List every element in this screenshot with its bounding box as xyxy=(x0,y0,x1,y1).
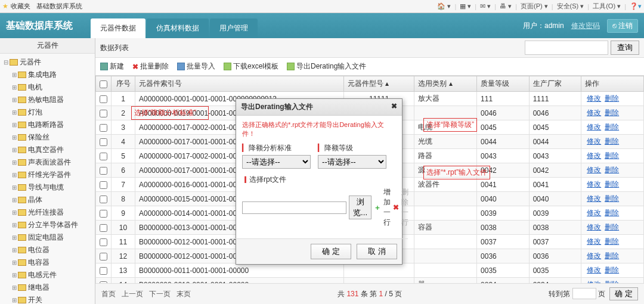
del-row-button[interactable]: 删除一行 xyxy=(401,187,408,228)
download-template-button[interactable]: 下载excel模板 xyxy=(224,61,278,72)
file-path-input[interactable] xyxy=(242,201,346,214)
row-checkbox[interactable] xyxy=(100,124,107,132)
edit-link[interactable]: 修改 xyxy=(587,151,601,160)
delete-link[interactable]: 删除 xyxy=(605,94,619,103)
edit-link[interactable]: 修改 xyxy=(587,166,601,174)
dialog-close-icon[interactable]: ✖ xyxy=(391,102,397,112)
delete-link[interactable]: 删除 xyxy=(605,137,619,145)
col-category[interactable]: 选用类别 ▴ xyxy=(414,76,477,92)
delete-link[interactable]: 删除 xyxy=(605,252,619,260)
export-derating-button[interactable]: 导出Derating输入文件 xyxy=(287,61,366,72)
pager-go-button[interactable]: 确 定 xyxy=(609,287,638,300)
delete-link[interactable]: 删除 xyxy=(605,151,619,160)
delete-link[interactable]: 删除 xyxy=(605,266,619,274)
row-checkbox[interactable] xyxy=(100,181,107,189)
edit-link[interactable]: 修改 xyxy=(587,180,601,188)
col-model[interactable]: 元器件型号 ▴ xyxy=(344,76,414,92)
tree-item[interactable]: 集成电路 xyxy=(0,69,95,81)
tree-root[interactable]: 元器件 xyxy=(0,56,95,69)
change-password-link[interactable]: 修改密码 xyxy=(571,21,600,31)
page-menu[interactable]: 页面(P) ▾ xyxy=(521,2,548,11)
edit-link[interactable]: 修改 xyxy=(587,252,601,260)
new-button[interactable]: 新建 xyxy=(100,61,124,72)
delete-link[interactable]: 删除 xyxy=(605,194,619,203)
col-quality[interactable]: 质量等级 xyxy=(477,76,530,92)
tree-item[interactable]: 电位器 xyxy=(0,244,95,256)
edit-link[interactable]: 修改 xyxy=(587,108,601,117)
row-checkbox[interactable] xyxy=(100,95,107,103)
tree-item[interactable]: 电真空器件 xyxy=(0,144,95,156)
row-checkbox[interactable] xyxy=(100,224,107,232)
tree-item[interactable]: 继电器 xyxy=(0,281,95,294)
edit-link[interactable]: 修改 xyxy=(587,266,601,274)
tab-user-mgmt[interactable]: 用户管理 xyxy=(210,18,258,38)
row-checkbox[interactable] xyxy=(100,110,107,117)
browse-button[interactable]: 浏览... xyxy=(349,196,371,219)
row-checkbox[interactable] xyxy=(100,253,107,260)
page-tab[interactable]: 基础数据库系统 xyxy=(36,2,82,11)
batch-delete-button[interactable]: ✖批量删除 xyxy=(132,61,169,72)
tree-item[interactable]: 灯泡 xyxy=(0,106,95,119)
delete-link[interactable]: 删除 xyxy=(605,123,619,131)
mail-icon[interactable]: ✉ ▾ xyxy=(480,2,491,10)
row-checkbox[interactable] xyxy=(100,153,107,160)
dialog-ok-button[interactable]: 确 定 xyxy=(311,244,351,259)
batch-import-button[interactable]: 批量导入 xyxy=(177,61,215,72)
tree-item[interactable]: 开关 xyxy=(0,294,95,304)
safety-menu[interactable]: 安全(S) ▾ xyxy=(557,2,584,11)
level-select[interactable]: --请选择-- xyxy=(318,155,386,169)
logout-button[interactable]: ⎋ 注销 xyxy=(607,19,638,33)
home-icon[interactable]: 🏠 ▾ xyxy=(437,2,451,10)
pager-prev[interactable]: 上一页 xyxy=(122,289,143,299)
tree-item[interactable]: 电路断路器 xyxy=(0,119,95,131)
tree-item[interactable]: 固定电阻器 xyxy=(0,231,95,244)
delete-link[interactable]: 删除 xyxy=(605,223,619,231)
tree-item[interactable]: 电机 xyxy=(0,81,95,94)
tree-item[interactable]: 导线与电缆 xyxy=(0,181,95,194)
edit-link[interactable]: 修改 xyxy=(587,209,601,217)
col-mfr[interactable]: 生产厂家 xyxy=(529,76,581,92)
tree-item[interactable]: 电容器 xyxy=(0,256,95,269)
delete-link[interactable]: 删除 xyxy=(605,209,619,217)
tree-item[interactable]: 电感元件 xyxy=(0,269,95,281)
edit-link[interactable]: 修改 xyxy=(587,137,601,145)
tree-item[interactable]: 声表面波器件 xyxy=(0,156,95,169)
search-input[interactable] xyxy=(525,41,608,55)
tree-item[interactable]: 光纤连接器 xyxy=(0,206,95,219)
tree-item[interactable]: 纤维光学器件 xyxy=(0,169,95,181)
delete-link[interactable]: 删除 xyxy=(605,108,619,117)
dialog-cancel-button[interactable]: 取 消 xyxy=(357,244,397,259)
pager-jump-input[interactable] xyxy=(572,288,596,299)
help-icon[interactable]: ❓▾ xyxy=(630,2,642,10)
col-checkbox[interactable] xyxy=(96,76,112,92)
tab-simulation-data[interactable]: 仿真材料数据 xyxy=(147,18,209,38)
tree-item[interactable]: 热敏电阻器 xyxy=(0,94,95,106)
tree-item[interactable]: 保险丝 xyxy=(0,131,95,144)
tree-item[interactable]: 晶体 xyxy=(0,194,95,206)
row-checkbox[interactable] xyxy=(100,167,107,175)
edit-link[interactable]: 修改 xyxy=(587,194,601,203)
delete-link[interactable]: 删除 xyxy=(605,166,619,174)
row-checkbox[interactable] xyxy=(100,196,107,203)
tree-item[interactable]: 分立半导体器件 xyxy=(0,219,95,231)
edit-link[interactable]: 修改 xyxy=(587,94,601,103)
row-checkbox[interactable] xyxy=(100,238,107,246)
col-index[interactable]: 元器件索引号 xyxy=(135,76,344,92)
add-row-button[interactable]: 增加一行 xyxy=(383,187,391,228)
pager-last[interactable]: 末页 xyxy=(177,289,191,299)
delete-link[interactable]: 删除 xyxy=(605,237,619,246)
pager-first[interactable]: 首页 xyxy=(101,289,116,299)
feeds-icon[interactable]: ▦ ▾ xyxy=(460,2,471,10)
pager-next[interactable]: 下一页 xyxy=(149,289,171,299)
edit-link[interactable]: 修改 xyxy=(587,237,601,246)
delete-link[interactable]: 删除 xyxy=(605,180,619,188)
edit-link[interactable]: 修改 xyxy=(587,223,601,231)
favorites-label[interactable]: 收藏夹 xyxy=(11,2,30,11)
print-icon[interactable]: 🖶 ▾ xyxy=(500,2,512,10)
row-checkbox[interactable] xyxy=(100,267,107,275)
std-select[interactable]: --请选择-- xyxy=(242,155,311,169)
row-checkbox[interactable] xyxy=(100,210,107,218)
edit-link[interactable]: 修改 xyxy=(587,123,601,131)
search-button[interactable]: 查询 xyxy=(611,41,639,55)
col-seq[interactable]: 序号 xyxy=(112,76,135,92)
